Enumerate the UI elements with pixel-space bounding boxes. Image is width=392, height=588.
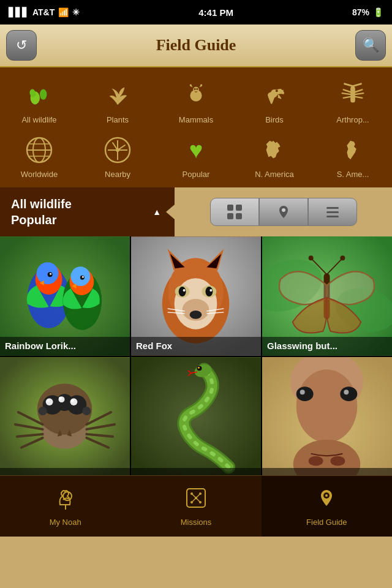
cell-label: Rainbow Lorik... xyxy=(0,337,130,356)
category-plants[interactable]: Plants xyxy=(78,74,157,128)
category-worldwide[interactable]: Worldwide xyxy=(0,128,78,183)
cell-label: Red Fox xyxy=(131,337,261,356)
category-s-america[interactable]: S. Ame... xyxy=(314,128,392,183)
svg-point-67 xyxy=(309,255,314,260)
battery-icon: 🔋 xyxy=(373,7,383,17)
svg-point-75 xyxy=(46,398,53,405)
svg-rect-28 xyxy=(227,213,233,219)
category-mammals[interactable]: Mammals xyxy=(157,74,235,128)
grid-item-deer[interactable] xyxy=(262,357,392,475)
category-label: Worldwide xyxy=(21,170,58,179)
mammals-icon xyxy=(180,80,212,111)
svg-point-99 xyxy=(309,456,323,466)
category-section: All wildlife Plants xyxy=(0,67,392,187)
svg-rect-27 xyxy=(236,205,242,211)
grid-item-rainbow-lorikeet[interactable]: Rainbow Lorik... xyxy=(0,236,130,356)
list-view-button[interactable] xyxy=(308,198,357,226)
grid-item-snake[interactable] xyxy=(131,357,261,475)
svg-line-114 xyxy=(196,494,200,498)
svg-line-9 xyxy=(353,84,361,86)
category-popular[interactable]: ♥ Popular xyxy=(157,128,235,183)
svg-point-80 xyxy=(71,399,74,402)
nav-label: Field Guide xyxy=(306,518,347,527)
nav-my-noah[interactable]: My Noah xyxy=(0,476,130,537)
filter-selected[interactable]: All wildlife Popular ▲ xyxy=(0,187,175,236)
svg-line-13 xyxy=(344,97,351,98)
svg-point-56 xyxy=(209,289,212,292)
pin-view-button[interactable] xyxy=(259,198,308,226)
search-icon: 🔍 xyxy=(363,37,379,53)
my-noah-icon xyxy=(54,486,77,514)
nav-missions[interactable]: Missions xyxy=(130,476,261,537)
worldwide-icon xyxy=(23,134,55,166)
view-buttons xyxy=(175,187,392,236)
battery-percent: 87% xyxy=(352,7,369,17)
loading-icon: ✳ xyxy=(72,7,80,17)
svg-line-15 xyxy=(355,93,363,94)
nearby-icon xyxy=(102,134,134,166)
svg-line-115 xyxy=(196,498,200,502)
svg-point-68 xyxy=(340,255,345,260)
status-right: 87% 🔋 xyxy=(352,7,383,17)
svg-point-1 xyxy=(40,89,47,99)
svg-point-53 xyxy=(179,287,186,296)
n-america-icon xyxy=(258,134,290,166)
category-all-wildlife[interactable]: All wildlife xyxy=(0,74,78,128)
svg-point-7 xyxy=(276,89,278,92)
nav-field-guide[interactable]: Field Guide xyxy=(262,476,392,537)
search-button[interactable]: 🔍 xyxy=(355,30,386,61)
birds-icon xyxy=(258,80,290,111)
svg-point-104 xyxy=(344,390,349,394)
grid-item-red-fox[interactable]: Red Fox xyxy=(131,236,261,356)
chevron-up-icon: ▲ xyxy=(153,207,161,217)
svg-point-55 xyxy=(183,289,186,292)
category-label: Birds xyxy=(265,115,284,124)
svg-point-77 xyxy=(70,398,77,405)
category-label: Popular xyxy=(183,170,210,179)
svg-point-118 xyxy=(325,494,328,497)
svg-point-82 xyxy=(82,407,91,415)
grid-view-button[interactable] xyxy=(210,198,259,226)
header: ↺ Field Guide 🔍 xyxy=(0,24,392,67)
category-label: N. America xyxy=(255,170,294,179)
filter-line2: Popular xyxy=(11,212,164,228)
svg-point-25 xyxy=(116,148,119,152)
category-n-america[interactable]: N. America xyxy=(235,128,314,183)
status-left: ▋▋▋ AT&T 📶 ✳ xyxy=(9,7,80,17)
svg-point-6 xyxy=(196,88,198,90)
refresh-icon: ↺ xyxy=(16,37,27,53)
svg-rect-33 xyxy=(326,216,339,217)
missions-icon xyxy=(184,486,208,514)
category-arthropods[interactable]: Arthrop... xyxy=(314,74,392,128)
refresh-button[interactable]: ↺ xyxy=(6,30,37,61)
status-time: 4:41 PM xyxy=(198,7,233,18)
grid-item-jumping-spider[interactable] xyxy=(0,357,130,475)
category-nearby[interactable]: Nearby xyxy=(78,128,157,183)
grid-item-glasswing-butterfly[interactable]: Glasswing but... xyxy=(262,236,392,356)
svg-line-11 xyxy=(344,89,351,92)
svg-point-102 xyxy=(300,390,305,394)
svg-rect-32 xyxy=(326,211,339,213)
page-title: Field Guide xyxy=(156,36,236,55)
svg-point-37 xyxy=(37,262,59,284)
bottom-nav: My Noah Missions xyxy=(0,475,392,537)
svg-rect-29 xyxy=(236,213,242,219)
s-america-icon xyxy=(337,134,369,166)
category-row-1: All wildlife Plants xyxy=(0,74,392,128)
arthropods-icon xyxy=(337,80,369,111)
svg-line-8 xyxy=(345,84,353,86)
svg-point-100 xyxy=(330,456,345,466)
field-guide-icon xyxy=(315,486,338,514)
svg-point-50 xyxy=(190,311,202,319)
wifi-icon: 📶 xyxy=(58,7,69,17)
image-grid-section: Rainbow Lorik... xyxy=(0,236,392,475)
heart-icon: ♥ xyxy=(189,138,203,162)
svg-point-94 xyxy=(198,367,200,369)
svg-line-113 xyxy=(192,494,196,498)
svg-rect-26 xyxy=(227,205,233,211)
svg-point-97 xyxy=(296,369,358,442)
cell-label xyxy=(0,468,130,475)
svg-point-54 xyxy=(205,287,213,296)
svg-line-116 xyxy=(192,498,196,502)
category-birds[interactable]: Birds xyxy=(235,74,314,128)
